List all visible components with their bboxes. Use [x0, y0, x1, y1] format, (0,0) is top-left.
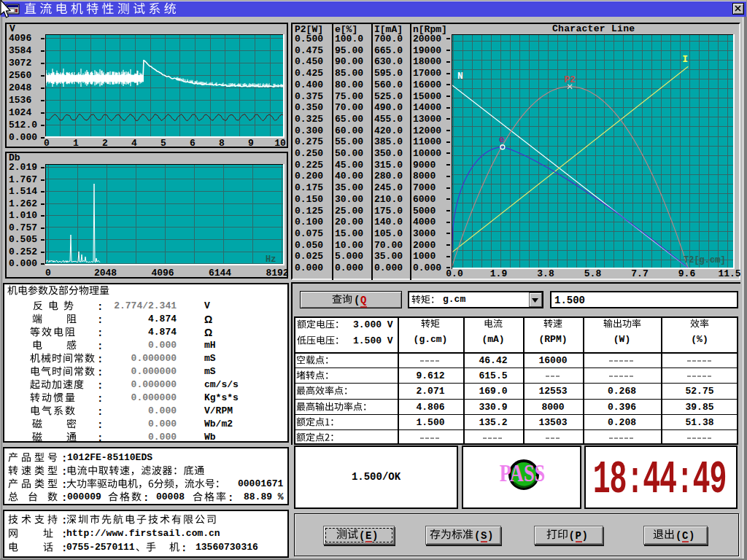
- svg-text:I: I: [682, 54, 688, 65]
- svg-text:P2: P2: [564, 74, 576, 85]
- svg-text:e: e: [499, 134, 505, 145]
- svg-text:N: N: [457, 71, 463, 82]
- svg-text:Hz: Hz: [266, 254, 276, 265]
- svg-text:T2[g.cm]: T2[g.cm]: [684, 255, 726, 265]
